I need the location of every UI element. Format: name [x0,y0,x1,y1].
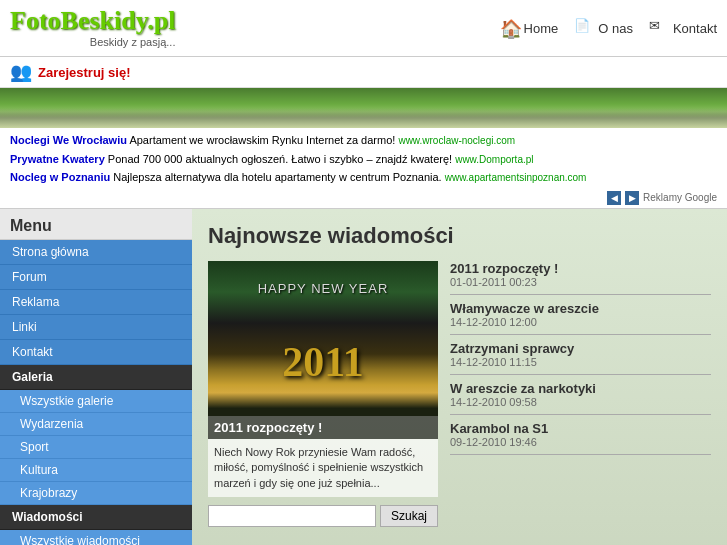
kontakt-icon: ✉ [649,18,669,38]
sidebar-item-wszystkie-wiadomosci[interactable]: Wszystkie wiadomości [0,530,192,545]
nav-onas-label: O nas [598,21,633,36]
news-sidebar: 2011 rozpoczęty ! 01-01-2011 00:23 Włamy… [450,261,711,527]
nav-onas[interactable]: 📄 O nas [574,18,633,38]
sidebar-item-reklama[interactable]: Reklama [0,290,192,315]
sidebar-item-strona-glowna[interactable]: Strona główna [0,240,192,265]
news-title-3[interactable]: Zatrzymani sprawcy [450,341,711,356]
site-logo[interactable]: FotoBeskidy.pl [10,6,175,36]
featured-block: HAPPY NEW YEAR 2011 2011 rozpoczęty ! Ni… [208,261,438,527]
featured-caption: 2011 rozpoczęty ! [208,416,438,439]
register-link[interactable]: Zarejestruj się! [38,65,131,80]
ad-1-url[interactable]: www.wroclaw-noclegi.com [398,135,515,146]
tagline: Beskidy z pasją... [90,36,176,48]
register-icon: 👥 [10,61,32,83]
nature-banner [0,88,727,128]
sidebar-item-kultura[interactable]: Kultura [0,459,192,482]
main-layout: Menu Strona główna Forum Reklama Linki K… [0,209,727,545]
ad-2-body: Ponad 700 000 aktualnych ogłoszeń. Łatwo… [108,153,455,165]
ads-section: Noclegi We Wrocławiu Apartament we wrocł… [0,128,727,209]
news-item-2: Włamywacze w areszcie 14-12-2010 12:00 [450,301,711,335]
nav-kontakt-label: Kontakt [673,21,717,36]
news-title-5[interactable]: Karambol na S1 [450,421,711,436]
sidebar-item-linki[interactable]: Linki [0,315,192,340]
ads-label: Reklamy Google [643,190,717,206]
ad-1-link[interactable]: Noclegi We Wrocławiu [10,134,127,146]
sidebar: Menu Strona główna Forum Reklama Linki K… [0,209,192,545]
search-button[interactable]: Szukaj [380,505,438,527]
ad-2: Prywatne Kwatery Ponad 700 000 aktualnyc… [10,151,717,169]
ad-next-arrow[interactable]: ▶ [625,191,639,205]
news-date-2: 14-12-2010 12:00 [450,316,711,328]
ad-3: Nocleg w Poznaniu Najlepsza alternatywa … [10,169,717,187]
happy-new-year-text: HAPPY NEW YEAR [258,281,389,296]
nav-home-label: Home [524,21,559,36]
sidebar-item-wydarzenia[interactable]: Wydarzenia [0,413,192,436]
nav-home[interactable]: 🏠 Home [500,18,559,38]
ad-2-url[interactable]: www.Domporta.pl [455,154,533,165]
onas-icon: 📄 [574,18,594,38]
page-title: Najnowsze wiadomości [208,223,711,249]
logo-area: FotoBeskidy.pl Beskidy z pasją... [10,6,175,50]
sidebar-section-wiadomosci: Wiadomości [0,505,192,530]
featured-text: Niech Nowy Rok przyniesie Wam radość, mi… [208,439,438,497]
menu-header: Menu [0,209,192,240]
nav-links: 🏠 Home 📄 O nas ✉ Kontakt [500,18,717,38]
news-date-3: 14-12-2010 11:15 [450,356,711,368]
sidebar-item-sport[interactable]: Sport [0,436,192,459]
ad-3-url[interactable]: www.apartamentsinpoznan.com [445,172,587,183]
ads-footer: ◀ ▶ Reklamy Google [10,190,717,206]
year-text: 2011 [282,338,364,386]
ad-1: Noclegi We Wrocławiu Apartament we wrocł… [10,132,717,150]
sidebar-item-kontakt[interactable]: Kontakt [0,340,192,365]
news-item-3: Zatrzymani sprawcy 14-12-2010 11:15 [450,341,711,375]
content-area: Najnowsze wiadomości HAPPY NEW YEAR 2011… [192,209,727,545]
search-box: Szukaj [208,505,438,527]
ad-1-body: Apartament we wrocławskim Rynku Internet… [129,134,398,146]
news-title-2[interactable]: Włamywacze w areszcie [450,301,711,316]
news-date-5: 09-12-2010 19:46 [450,436,711,448]
search-input[interactable] [208,505,376,527]
sidebar-section-galeria: Galeria [0,365,192,390]
ad-3-body: Najlepsza alternatywa dla hotelu apartam… [113,171,444,183]
sidebar-item-krajobrazy[interactable]: Krajobrazy [0,482,192,505]
news-item-5: Karambol na S1 09-12-2010 19:46 [450,421,711,455]
sidebar-item-forum[interactable]: Forum [0,265,192,290]
news-date-4: 14-12-2010 09:58 [450,396,711,408]
news-item-1: 2011 rozpoczęty ! 01-01-2011 00:23 [450,261,711,295]
header: FotoBeskidy.pl Beskidy z pasją... 🏠 Home… [0,0,727,57]
ad-2-link[interactable]: Prywatne Kwatery [10,153,105,165]
news-date-1: 01-01-2011 00:23 [450,276,711,288]
nav-kontakt[interactable]: ✉ Kontakt [649,18,717,38]
news-title-1[interactable]: 2011 rozpoczęty ! [450,261,711,276]
ad-prev-arrow[interactable]: ◀ [607,191,621,205]
home-icon: 🏠 [500,18,520,38]
news-item-4: W areszcie za narkotyki 14-12-2010 09:58 [450,381,711,415]
register-bar: 👥 Zarejestruj się! [0,57,727,88]
news-layout: HAPPY NEW YEAR 2011 2011 rozpoczęty ! Ni… [208,261,711,527]
ad-3-link[interactable]: Nocleg w Poznaniu [10,171,110,183]
featured-image: HAPPY NEW YEAR 2011 [208,261,438,416]
news-title-4[interactable]: W areszcie za narkotyki [450,381,711,396]
sidebar-item-wszystkie-galerie[interactable]: Wszystkie galerie [0,390,192,413]
